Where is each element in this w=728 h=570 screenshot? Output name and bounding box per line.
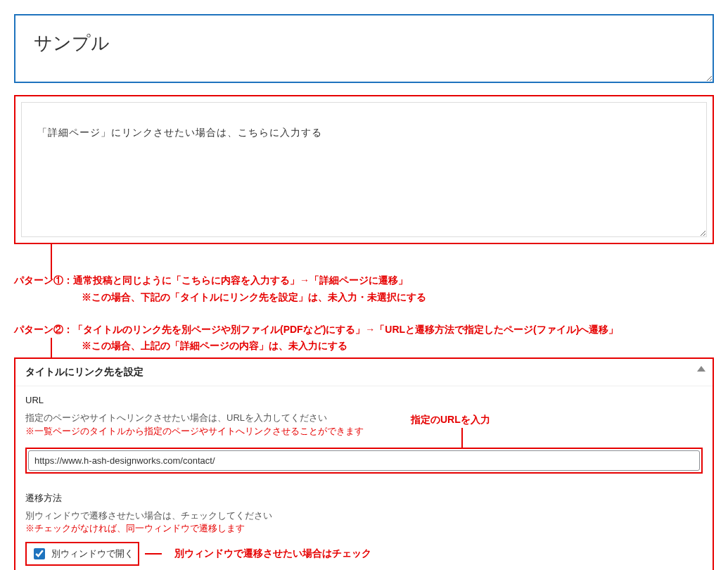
connector-line-1 [51, 244, 52, 279]
post-title-input[interactable]: サンプル [14, 14, 714, 83]
title-link-panel: タイトルにリンク先を設定 URL 指定のページやサイトへリンクさせたい場合は、U… [14, 357, 714, 570]
pattern-2-line1: パターン②：「タイトルのリンク先を別ページや別ファイル(PDFなど)にする」→「… [14, 322, 714, 338]
connector-line-3 [461, 428, 463, 448]
panel-header[interactable]: タイトルにリンク先を設定 [15, 359, 713, 386]
pattern-2-line2: ※この場合、上記の「詳細ページの内容」は、未入力にする [82, 338, 714, 355]
pattern-1-line2: ※この場合、下記の「タイトルにリンク先を設定」は、未入力・未選択にする [82, 289, 714, 306]
pattern-1-annotation: パターン①：通常投稿と同じように「こちらに内容を入力する」→「詳細ページに遷移」… [14, 272, 714, 306]
checkbox-highlight: 別ウィンドウで開く [25, 542, 139, 566]
url-section-desc: 指定のページやサイトへリンクさせたい場合は、URLを入力してください [25, 411, 703, 425]
connector-line-4 [145, 553, 162, 555]
checkbox-annotation: 別ウィンドウで遷移させたい場合はチェック [174, 547, 371, 560]
panel-header-title: タイトルにリンク先を設定 [25, 366, 143, 377]
new-window-checkbox[interactable] [34, 548, 45, 559]
pattern-1-line1: パターン①：通常投稿と同じように「こちらに内容を入力する」→「詳細ページに遷移」 [14, 272, 714, 289]
content-editor-highlight: 「詳細ページ」にリンクさせたい場合は、こちらに入力する [14, 95, 714, 244]
pattern-2-annotation: パターン②：「タイトルのリンク先を別ページや別ファイル(PDFなど)にする」→「… [14, 322, 714, 355]
new-window-checkbox-text: 別ウィンドウで開く [51, 547, 134, 560]
url-section-note: ※一覧ページのタイトルから指定のページやサイトへリンクさせることができます [25, 425, 703, 438]
transition-section-note: ※チェックがなければ、同一ウィンドウで遷移します [25, 522, 703, 535]
url-field-highlight [25, 448, 703, 474]
new-window-checkbox-label[interactable]: 別ウィンドウで開く [31, 546, 134, 562]
collapse-triangle-icon[interactable] [697, 366, 705, 372]
transition-section-label: 遷移方法 [25, 492, 703, 505]
connector-line-2 [51, 338, 52, 357]
url-section-label: URL [25, 395, 703, 405]
url-annotation: 指定のURLを入力 [411, 414, 490, 426]
url-input[interactable] [28, 450, 700, 471]
transition-section-desc: 別ウィンドウで遷移させたい場合は、チェックしてください [25, 509, 703, 523]
content-editor[interactable]: 「詳細ページ」にリンクさせたい場合は、こちらに入力する [21, 102, 707, 237]
